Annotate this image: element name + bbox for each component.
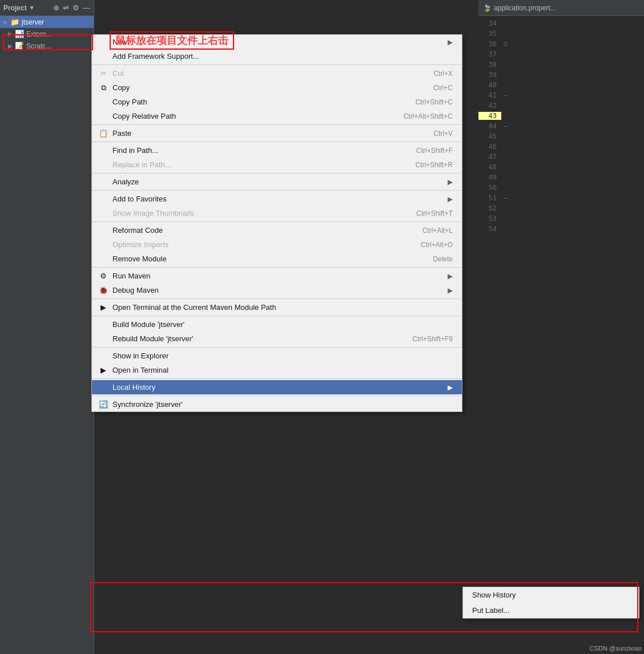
editor-tab[interactable]: 🍃 application.propert... [483, 4, 556, 12]
fold-icon: ▽ [504, 41, 508, 47]
menu-item-copy-relative-path[interactable]: Copy Relative PathCtrl+Alt+Shift+C [92, 109, 462, 123]
menu-label: Synchronize 'jtserver' [112, 400, 453, 409]
menu-item-find-in-path[interactable]: Find in Path...Ctrl+Shift+F [92, 143, 462, 158]
tree-arrow: ▶ [3, 19, 8, 25]
menu-item-analyze[interactable]: Analyze▶ [92, 175, 462, 189]
line-number: 52 [478, 204, 501, 212]
submenu-item-put-label[interactable]: Put Label... [463, 603, 639, 618]
line-number: 42 [478, 102, 501, 110]
menu-item-reformat-code[interactable]: Reformat CodeCtrl+Alt+L [92, 223, 462, 237]
line-row: 41− [478, 90, 644, 100]
folder-icon: 📁 [10, 18, 19, 26]
gear-icon[interactable]: ⚙ [73, 3, 79, 12]
minimize-icon[interactable]: — [83, 3, 90, 12]
submenu-arrow-icon: ▶ [448, 286, 453, 294]
file-icon: 🍃 [483, 4, 492, 12]
menu-item-show-image-thumbnails: Show Image ThumbnailsCtrl+Shift+T [92, 206, 462, 220]
tree-label: Scratc... [26, 42, 51, 50]
line-number: 38 [478, 60, 501, 68]
menu-label: Add Framework Support... [112, 52, 453, 60]
panel-header: Project ▼ ⊕ ⇌ ⚙ — [0, 0, 94, 16]
menu-label: Build Module 'jtserver' [112, 320, 453, 329]
menu-item-run-maven[interactable]: ⚙Run Maven▶ [92, 269, 462, 283]
line-number: 45 [478, 132, 501, 140]
menu-item-synchronize[interactable]: 🔄Synchronize 'jtserver' [92, 397, 462, 411]
menu-item-show-in-explorer[interactable]: Show in Explorer [92, 349, 462, 363]
line-row: 45 [478, 131, 644, 142]
editor-panel: 🍃 application.propert... 343536▽37383940… [478, 0, 644, 654]
menu-shortcut: Ctrl+X [433, 70, 453, 78]
tree-label: jtserver [22, 18, 44, 26]
context-menu: New▶Add Framework Support...✂CutCtrl+X⧉C… [91, 34, 462, 412]
bar-chart-icon: 📊 [15, 30, 24, 38]
add-icon[interactable]: ⊕ [53, 3, 59, 12]
submenu: Show HistoryPut Label... [462, 587, 639, 619]
panel-arrow: ▼ [29, 5, 35, 11]
menu-icon: ▶ [98, 303, 109, 312]
menu-item-open-terminal-maven[interactable]: ▶Open Terminal at the Current Maven Modu… [92, 300, 462, 314]
line-marker: − [501, 195, 510, 201]
menu-icon: 🔄 [98, 400, 109, 409]
menu-item-new[interactable]: New▶ [92, 35, 462, 49]
menu-label: New [112, 38, 443, 46]
tree-item-scratch[interactable]: ▶ 📝 Scratc... [0, 40, 94, 52]
menu-separator [92, 142, 462, 142]
menu-label: Add to Favorites [112, 195, 443, 203]
watermark: CSDN @sunzixiao [590, 645, 642, 652]
tree-item-jtserver[interactable]: ▶ 📁 jtserver [0, 16, 94, 28]
editor-tab-bar: 🍃 application.propert... [478, 0, 644, 16]
line-number: 41 [478, 91, 501, 99]
menu-label: Reformat Code [112, 226, 400, 235]
menu-icon: ✂ [98, 69, 109, 78]
scratch-icon: 📝 [15, 42, 24, 50]
line-row: 37 [478, 49, 644, 59]
menu-label: Local History [112, 383, 443, 391]
line-row: 54 [478, 224, 644, 234]
menu-item-optimize-imports: Optimize ImportsCtrl+Alt+O [92, 237, 462, 252]
menu-separator [92, 347, 462, 348]
menu-shortcut: Ctrl+Shift+T [416, 209, 453, 217]
menu-item-paste[interactable]: 📋PasteCtrl+V [92, 126, 462, 140]
menu-item-add-framework[interactable]: Add Framework Support... [92, 49, 462, 63]
menu-item-copy[interactable]: ⧉CopyCtrl+C [92, 80, 462, 95]
submenu-arrow-icon: ▶ [448, 178, 453, 186]
menu-separator [92, 378, 462, 379]
menu-item-local-history[interactable]: Local History▶ [92, 380, 462, 394]
menu-item-copy-path[interactable]: Copy PathCtrl+Shift+C [92, 95, 462, 109]
menu-item-build-module[interactable]: Build Module 'jtserver' [92, 317, 462, 332]
line-number: 40 [478, 81, 501, 89]
line-row: 38 [478, 59, 644, 70]
line-number: 47 [478, 153, 501, 161]
line-row: 43 [478, 111, 644, 121]
panel-title: Project [3, 4, 27, 12]
menu-label: Copy Path [112, 98, 393, 106]
menu-item-remove-module[interactable]: Remove ModuleDelete [92, 252, 462, 266]
line-number: 34 [478, 19, 501, 27]
tree-label: Extern... [26, 30, 52, 38]
menu-item-rebuild-module[interactable]: Rebuild Module 'jtserver'Ctrl+Shift+F9 [92, 332, 462, 346]
line-number: 53 [478, 215, 501, 223]
menu-shortcut: Ctrl+Shift+R [416, 161, 453, 169]
tree-item-external[interactable]: ▶ 📊 Extern... [0, 28, 94, 40]
menu-label: Show Image Thumbnails [112, 209, 393, 217]
submenu-item-show-history[interactable]: Show History [463, 587, 639, 603]
menu-separator [92, 267, 462, 268]
menu-icon: ▶ [98, 366, 109, 374]
line-row: 42 [478, 100, 644, 111]
sync-icon[interactable]: ⇌ [63, 3, 69, 12]
menu-item-replace-in-path: Replace in Path...Ctrl+Shift+R [92, 158, 462, 172]
line-row: 36▽ [478, 39, 644, 49]
menu-label: Copy [112, 83, 410, 92]
submenu-label: Put Label... [472, 606, 630, 615]
menu-separator [92, 190, 462, 191]
menu-item-debug-maven[interactable]: 🐞Debug Maven▶ [92, 283, 462, 297]
menu-item-open-in-terminal[interactable]: ▶Open in Terminal [92, 363, 462, 377]
menu-icon: ⧉ [98, 83, 109, 92]
fold-icon: − [504, 92, 508, 99]
menu-item-add-to-favorites[interactable]: Add to Favorites▶ [92, 192, 462, 206]
line-row: 47 [478, 152, 644, 162]
menu-separator [92, 64, 462, 65]
line-number: 48 [478, 163, 501, 171]
menu-shortcut: Ctrl+Shift+C [416, 98, 453, 106]
fold-icon: − [504, 123, 508, 130]
